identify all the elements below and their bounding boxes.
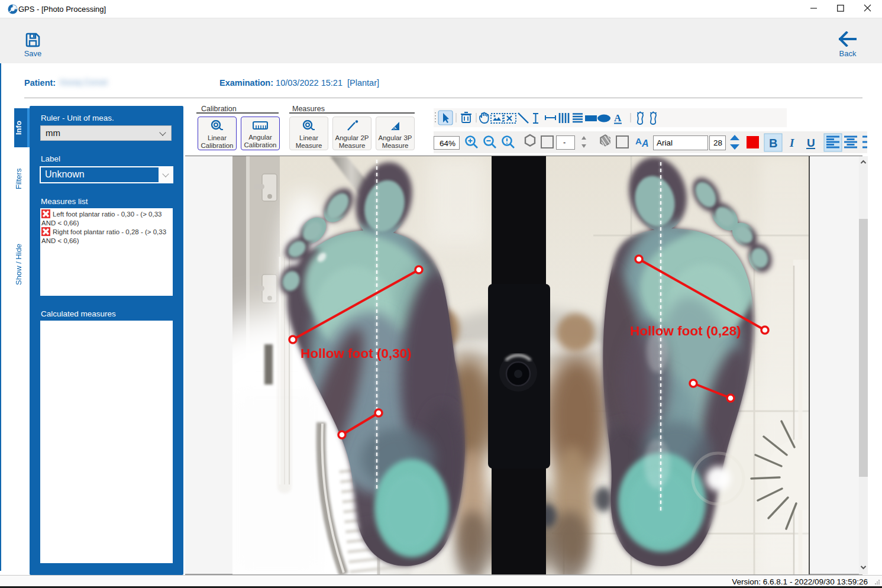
svg-text:U: U [807,137,815,149]
svg-text:A: A [635,136,642,146]
svg-text:28: 28 [713,138,722,147]
svg-text:I: I [789,137,794,149]
svg-text:B: B [769,137,777,150]
svg-text:A: A [614,112,622,124]
svg-text:Arial: Arial [657,138,673,147]
svg-text:-: - [563,138,566,147]
svg-text:Hollow foot (0,30): Hollow foot (0,30) [301,346,412,361]
svg-text:Hollow foot (0,28): Hollow foot (0,28) [630,324,741,338]
svg-text:A: A [641,138,649,148]
svg-text:64%: 64% [440,139,455,148]
